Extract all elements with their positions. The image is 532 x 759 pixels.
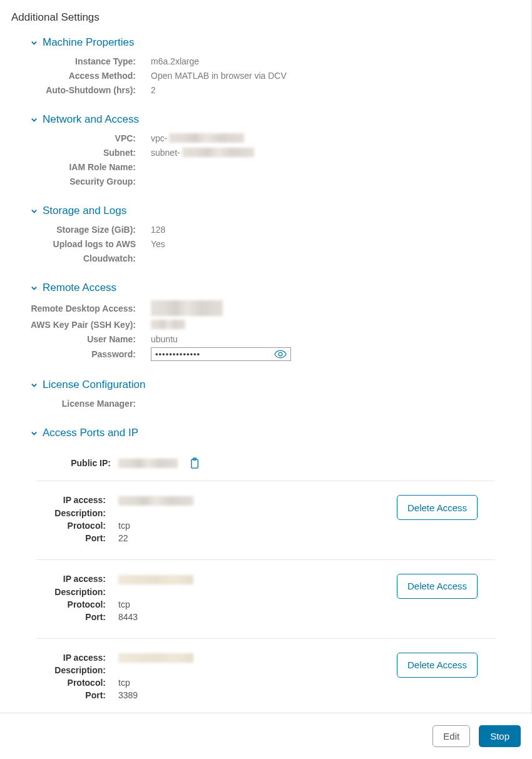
section-title-ports: Access Ports and IP	[43, 427, 138, 439]
section-title-remote: Remote Access	[43, 282, 116, 294]
label-iam-role: IAM Role Name:	[29, 162, 151, 172]
chevron-down-icon	[29, 115, 39, 125]
section-storage-logs: Storage and Logs Storage Size (GiB): 128…	[29, 205, 520, 264]
page-title: Additional Settings	[11, 11, 520, 24]
label-protocol: Protocol:	[36, 678, 118, 688]
value-upload-logs: Yes	[151, 239, 165, 249]
value-vpc: vpc-	[151, 133, 244, 143]
label-ip-access: IP access:	[36, 653, 118, 663]
value-instance-type: m6a.2xlarge	[151, 56, 199, 66]
password-value: •••••••••••••	[155, 350, 200, 359]
label-auto-shutdown: Auto-Shutdown (hrs):	[29, 85, 151, 95]
value-public-ip	[118, 459, 178, 468]
value-protocol: tcp	[118, 678, 130, 688]
chevron-down-icon	[29, 206, 39, 216]
value-port: 22	[118, 533, 128, 543]
label-public-ip: Public IP:	[54, 458, 118, 468]
section-network-access: Network and Access VPC: vpc- Subnet: sub…	[29, 113, 520, 187]
delete-access-button[interactable]: Delete Access	[397, 495, 478, 520]
value-access-method: Open MATLAB in browser via DCV	[151, 71, 287, 81]
label-password: Password:	[29, 349, 151, 359]
value-auto-shutdown: 2	[151, 85, 156, 95]
label-description: Description:	[36, 665, 118, 675]
label-ssh-key: AWS Key Pair (SSH Key):	[29, 320, 151, 330]
value-rdp	[151, 300, 223, 316]
value-port: 3389	[118, 690, 138, 700]
value-subnet: subnet-	[151, 148, 254, 158]
delete-access-button[interactable]: Delete Access	[397, 574, 478, 599]
value-storage-size: 128	[151, 225, 165, 235]
value-username: ubuntu	[151, 334, 178, 344]
edit-button[interactable]: Edit	[432, 725, 470, 747]
access-entry: IP access: Description: Protocol: tcp Po…	[36, 481, 495, 559]
label-protocol: Protocol:	[36, 521, 118, 531]
label-security-group: Security Group:	[29, 176, 151, 186]
access-entry: IP access: Description: Protocol: tcp Po…	[36, 559, 495, 638]
section-license: License Configuration License Manager:	[29, 379, 520, 409]
section-header-storage[interactable]: Storage and Logs	[29, 205, 520, 217]
section-header-remote[interactable]: Remote Access	[29, 282, 520, 294]
section-access-ports: Access Ports and IP Public IP: IP access…	[29, 427, 520, 713]
label-description: Description:	[36, 587, 118, 597]
label-username: User Name:	[29, 334, 151, 344]
section-header-license[interactable]: License Configuration	[29, 379, 520, 391]
stop-button[interactable]: Stop	[479, 725, 521, 747]
label-ip-access: IP access:	[36, 495, 118, 506]
section-title-network: Network and Access	[43, 113, 139, 126]
label-description: Description:	[36, 508, 118, 518]
clipboard-icon[interactable]	[189, 457, 200, 469]
value-port: 8443	[118, 612, 138, 622]
value-protocol: tcp	[118, 599, 130, 609]
svg-rect-1	[192, 459, 198, 467]
label-port: Port:	[36, 533, 118, 543]
label-rdp: Remote Desktop Access:	[29, 303, 151, 313]
section-title-storage: Storage and Logs	[43, 205, 126, 217]
label-vpc: VPC:	[29, 133, 151, 143]
label-upload-logs-1: Upload logs to AWS	[29, 239, 151, 249]
section-title-license: License Configuration	[43, 379, 145, 391]
svg-point-0	[279, 352, 282, 356]
chevron-down-icon	[29, 380, 39, 390]
label-instance-type: Instance Type:	[29, 56, 151, 66]
password-field[interactable]: •••••••••••••	[151, 347, 291, 361]
section-header-network[interactable]: Network and Access	[29, 113, 520, 126]
chevron-down-icon	[29, 283, 39, 293]
value-ssh-key	[151, 320, 185, 329]
label-subnet: Subnet:	[29, 148, 151, 158]
label-storage-size: Storage Size (GiB):	[29, 225, 151, 235]
label-port: Port:	[36, 612, 118, 622]
label-protocol: Protocol:	[36, 599, 118, 609]
label-license-manager: License Manager:	[29, 399, 151, 409]
section-machine-properties: Machine Properties Instance Type: m6a.2x…	[29, 36, 520, 96]
section-header-machine[interactable]: Machine Properties	[29, 36, 520, 49]
eye-icon[interactable]	[274, 349, 287, 359]
footer: Edit Stop	[0, 713, 532, 759]
label-port: Port:	[36, 690, 118, 700]
section-remote-access: Remote Access Remote Desktop Access: AWS…	[29, 282, 520, 361]
section-title-machine: Machine Properties	[43, 36, 134, 49]
value-protocol: tcp	[118, 521, 130, 531]
delete-access-button[interactable]: Delete Access	[397, 653, 478, 678]
label-access-method: Access Method:	[29, 71, 151, 81]
label-ip-access: IP access:	[36, 574, 118, 584]
label-upload-logs-2: Cloudwatch:	[29, 253, 151, 263]
section-header-ports[interactable]: Access Ports and IP	[29, 427, 520, 439]
chevron-down-icon	[29, 38, 39, 48]
chevron-down-icon	[29, 428, 39, 438]
access-entry: IP access: Description: Protocol: tcp Po…	[36, 638, 495, 713]
